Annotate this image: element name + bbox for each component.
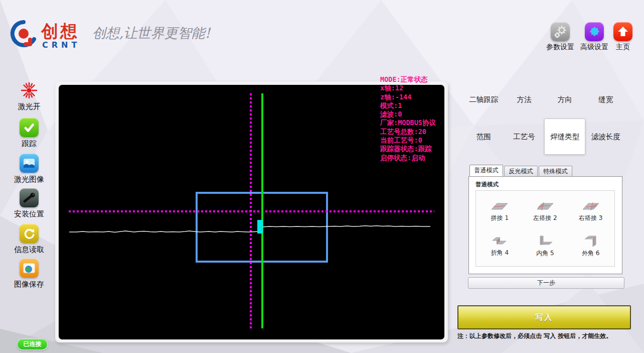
weld-type-right-lap-3[interactable]: 右搭接 3 <box>568 194 613 228</box>
check-icon <box>20 118 39 137</box>
sidebar-item-label: 激光图像 <box>14 175 44 184</box>
laser-image-icon <box>20 154 39 173</box>
param-button-label: 工艺号 <box>513 132 535 142</box>
status-line-vendor: 厂家:MODBUS协议 <box>380 119 436 127</box>
tab-label: 特殊模式 <box>544 167 568 176</box>
telemetry-overlay: MODE:正常状态 x轴:12 z轴:-144 模式:1 滤波:0 厂家:MOD… <box>380 75 436 162</box>
sidebar-item-label: 激光开 <box>18 102 41 111</box>
weld-type-label: 内角 5 <box>536 249 554 258</box>
param-button-range[interactable]: 范围 <box>463 118 504 155</box>
parameter-button-grid: 二轴跟踪 方法 方向 缝宽 范围 工艺号 焊缝类型 滤波长度 <box>463 81 626 155</box>
weld-type-grid: 拼接 1 左搭接 2 右搭接 3 <box>475 190 615 267</box>
gear-icon <box>551 22 570 41</box>
right-lap-joint-icon <box>581 200 601 212</box>
weld-type-butt-1[interactable]: 拼接 1 <box>477 194 523 228</box>
status-line-mode-no: 模式:1 <box>380 101 436 110</box>
param-button-process-number[interactable]: 工艺号 <box>504 118 545 155</box>
param-button-filter-length[interactable]: 滤波长度 <box>585 118 626 155</box>
nav-label: 高级设置 <box>580 43 608 52</box>
puzzle-icon <box>585 22 604 41</box>
status-line-z-axis: z轴:-144 <box>380 93 436 101</box>
tab-label: 反光模式 <box>509 167 533 176</box>
status-line-tracker-state: 跟踪器状态:跟踪 <box>380 145 436 153</box>
param-button-method[interactable]: 方法 <box>504 81 545 118</box>
status-line-process-current: 当前工艺号:0 <box>380 136 436 145</box>
sidebar-item-image-save[interactable]: 图像保存 <box>10 259 48 289</box>
sidebar-item-label: 安装位置 <box>14 209 44 219</box>
nav-item-home[interactable]: 主页 <box>612 22 634 52</box>
tab-normal-mode[interactable]: 普通模式 <box>469 165 503 176</box>
crnt-logo <box>9 19 38 48</box>
bend-joint-icon <box>490 235 510 247</box>
param-button-seam-width[interactable]: 缝宽 <box>585 81 626 118</box>
sidebar-item-label: 图像保存 <box>14 280 44 289</box>
inner-corner-icon <box>535 234 555 248</box>
status-line-x-axis: x轴:12 <box>380 84 436 92</box>
brand-name-en: CRNT <box>42 40 80 50</box>
write-note: 注：以上参数修改后，必须点击 写入 按钮后，才能生效。 <box>457 332 612 340</box>
butt-joint-icon <box>490 200 510 212</box>
param-button-seam-type[interactable]: 焊缝类型 <box>544 119 585 155</box>
left-lap-joint-icon <box>535 200 555 212</box>
laser-icon <box>20 81 39 100</box>
next-step-label: 下一步 <box>537 279 555 287</box>
tab-special-mode[interactable]: 特殊模式 <box>539 166 572 176</box>
status-line-mode: MODE:正常状态 <box>380 75 436 84</box>
install-position-icon <box>20 188 39 207</box>
weld-type-bend-4[interactable]: 折角 4 <box>477 228 523 263</box>
param-button-biaxial-tracking[interactable]: 二轴跟踪 <box>463 81 504 118</box>
weld-type-left-lap-2[interactable]: 左搭接 2 <box>523 194 568 228</box>
tab-label: 普通模式 <box>474 166 499 175</box>
param-button-label: 范围 <box>476 132 491 142</box>
weld-type-inner-corner-5[interactable]: 内角 5 <box>523 228 568 263</box>
sidebar-item-tracking[interactable]: 跟踪 <box>10 118 48 149</box>
sidebar-item-label: 信息读取 <box>14 245 44 255</box>
outer-corner-icon <box>581 234 601 248</box>
nav-label: 参数设置 <box>546 43 574 52</box>
weld-type-label: 右搭接 3 <box>579 214 602 222</box>
param-button-direction[interactable]: 方向 <box>544 81 585 118</box>
write-button[interactable]: 写入 <box>457 305 631 329</box>
nav-item-parameter-settings[interactable]: 参数设置 <box>545 22 575 52</box>
nav-item-advanced-settings[interactable]: 高级设置 <box>579 22 609 52</box>
status-line-process-total: 工艺号总数:20 <box>380 128 436 136</box>
param-button-label: 缝宽 <box>598 95 613 104</box>
info-read-icon <box>20 224 39 243</box>
seam-marker <box>257 220 263 233</box>
param-button-label: 滤波长度 <box>591 132 620 142</box>
status-line-run-state: 启停状态:启动 <box>380 154 436 162</box>
weld-type-label: 左搭接 2 <box>533 214 557 222</box>
weld-type-label: 外角 6 <box>582 249 599 258</box>
next-step-button[interactable]: 下一步 <box>468 277 624 289</box>
param-button-label: 二轴跟踪 <box>469 95 498 104</box>
brand-slogan: 创想,让世界更智能! <box>92 24 210 42</box>
status-line-filter: 滤波:0 <box>380 110 436 119</box>
image-save-icon <box>20 259 39 278</box>
sidebar-item-laser-image[interactable]: 激光图像 <box>10 154 48 184</box>
sidebar-item-label: 跟踪 <box>22 139 37 149</box>
tab-reflective-mode[interactable]: 反光模式 <box>504 166 538 176</box>
nav-label: 主页 <box>616 43 630 52</box>
param-button-label: 方法 <box>517 95 531 104</box>
weld-group-title: 普通模式 <box>475 181 499 188</box>
weld-type-label: 拼接 1 <box>491 214 509 222</box>
param-button-label: 方向 <box>558 95 572 104</box>
sidebar-item-info-read[interactable]: 信息读取 <box>10 224 48 255</box>
connection-status-badge[interactable]: 已连接 <box>17 338 48 350</box>
write-button-label: 写入 <box>535 313 553 322</box>
weld-type-outer-corner-6[interactable]: 外角 6 <box>568 228 613 263</box>
home-icon <box>613 22 632 41</box>
weld-type-panel: 普通模式 拼接 1 左搭接 2 <box>468 176 622 274</box>
sidebar-item-install-position[interactable]: 安装位置 <box>10 188 48 219</box>
param-button-label: 焊缝类型 <box>550 132 579 142</box>
weld-type-label: 折角 4 <box>491 249 509 257</box>
sidebar-item-laser-on[interactable]: 激光开 <box>10 81 48 111</box>
connection-status-label: 已连接 <box>24 340 42 348</box>
